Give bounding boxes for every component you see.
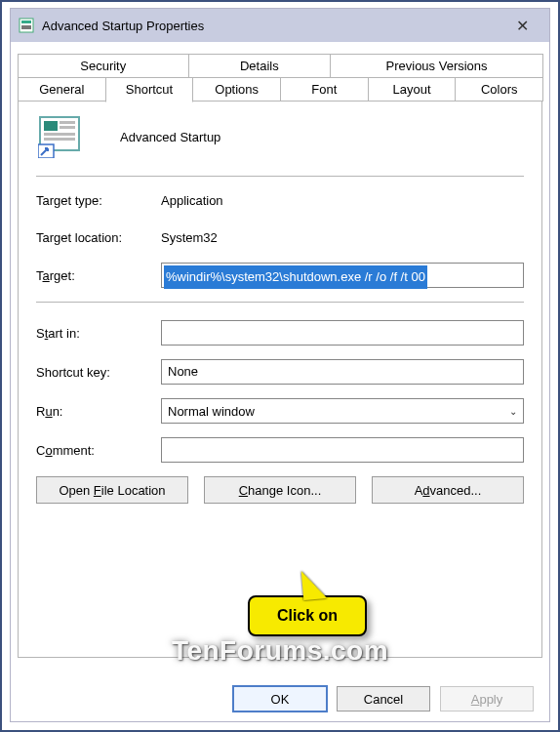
- tab-security[interactable]: Security: [18, 54, 189, 77]
- shortcut-header: Advanced Startup: [36, 115, 524, 158]
- svg-rect-5: [60, 121, 75, 124]
- svg-rect-2: [21, 25, 31, 29]
- label-shortcutkey: Shortcut key:: [36, 365, 161, 380]
- divider: [36, 302, 524, 303]
- chevron-down-icon: ⌄: [509, 406, 517, 417]
- ok-button[interactable]: OK: [233, 686, 327, 712]
- row-target-location: Target location: System32: [36, 225, 524, 249]
- open-file-location-button[interactable]: Open File Location: [36, 476, 188, 504]
- change-icon-button[interactable]: Change Icon...: [204, 476, 356, 504]
- advanced-button[interactable]: Advanced...: [372, 476, 524, 504]
- tab-options[interactable]: Options: [192, 77, 281, 102]
- row-comment: Comment:: [36, 437, 524, 463]
- apply-button[interactable]: Apply: [440, 686, 534, 712]
- svg-rect-7: [44, 133, 75, 136]
- callout-text: Click on: [248, 595, 367, 636]
- label-startin: Start in:: [36, 326, 161, 341]
- label-run: Run:: [36, 404, 161, 419]
- window-title: Advanced Startup Properties: [42, 19, 502, 33]
- tab-shortcut[interactable]: Shortcut: [105, 77, 194, 102]
- callout-arrow-icon: [301, 569, 328, 600]
- tab-general[interactable]: General: [18, 77, 106, 102]
- row-target: Target: %windir%\system32\shutdown.exe /…: [36, 263, 524, 288]
- label-target-location: Target location:: [36, 230, 161, 245]
- startin-input[interactable]: [161, 320, 524, 346]
- dialog-button-bar: OK Cancel Apply: [233, 686, 534, 712]
- properties-window: Advanced Startup Properties ✕ Security D…: [10, 8, 550, 722]
- tab-row-front: General Shortcut Options Font Layout Col…: [18, 77, 542, 102]
- label-comment: Comment:: [36, 443, 161, 458]
- tab-layout[interactable]: Layout: [368, 77, 457, 102]
- tab-details[interactable]: Details: [188, 54, 332, 77]
- divider: [36, 176, 524, 177]
- comment-input[interactable]: [161, 437, 524, 463]
- row-startin: Start in:: [36, 320, 524, 346]
- close-icon: ✕: [516, 17, 529, 35]
- shortcut-name: Advanced Startup: [120, 130, 220, 144]
- run-select[interactable]: Normal window ⌄: [161, 398, 524, 424]
- svg-rect-1: [21, 20, 31, 23]
- shortcut-button-row: Open File Location Change Icon... Advanc…: [36, 476, 524, 504]
- tab-panel-shortcut: Advanced Startup Target type: Applicatio…: [18, 102, 542, 658]
- svg-rect-6: [60, 126, 75, 129]
- shortcut-icon: [38, 115, 81, 158]
- client-area: Security Details Previous Versions Gener…: [11, 42, 549, 721]
- tab-row-back: Security Details Previous Versions: [18, 54, 542, 78]
- tab-container: Security Details Previous Versions Gener…: [18, 54, 542, 658]
- row-run: Run: Normal window ⌄: [36, 398, 524, 424]
- svg-rect-8: [44, 138, 75, 141]
- svg-rect-4: [44, 121, 58, 131]
- label-target: Target:: [36, 268, 161, 283]
- tab-font[interactable]: Font: [280, 77, 369, 102]
- shortcutkey-input[interactable]: None: [161, 359, 524, 385]
- row-target-type: Target type: Application: [36, 188, 524, 212]
- tab-colors[interactable]: Colors: [455, 77, 543, 102]
- close-button[interactable]: ✕: [502, 12, 541, 39]
- annotation-callout: Click on: [248, 595, 367, 636]
- cancel-button[interactable]: Cancel: [337, 686, 430, 712]
- value-target-location: System32: [161, 230, 218, 245]
- run-select-value: Normal window: [168, 404, 255, 419]
- target-input-value: %windir%\system32\shutdown.exe /r /o /f …: [164, 265, 427, 289]
- tab-previous-versions[interactable]: Previous Versions: [330, 54, 543, 77]
- app-icon: [19, 18, 34, 33]
- target-input[interactable]: %windir%\system32\shutdown.exe /r /o /f …: [161, 263, 524, 288]
- value-target-type: Application: [161, 193, 223, 208]
- label-target-type: Target type:: [36, 193, 161, 208]
- titlebar: Advanced Startup Properties ✕: [11, 9, 549, 42]
- row-shortcutkey: Shortcut key: None: [36, 359, 524, 385]
